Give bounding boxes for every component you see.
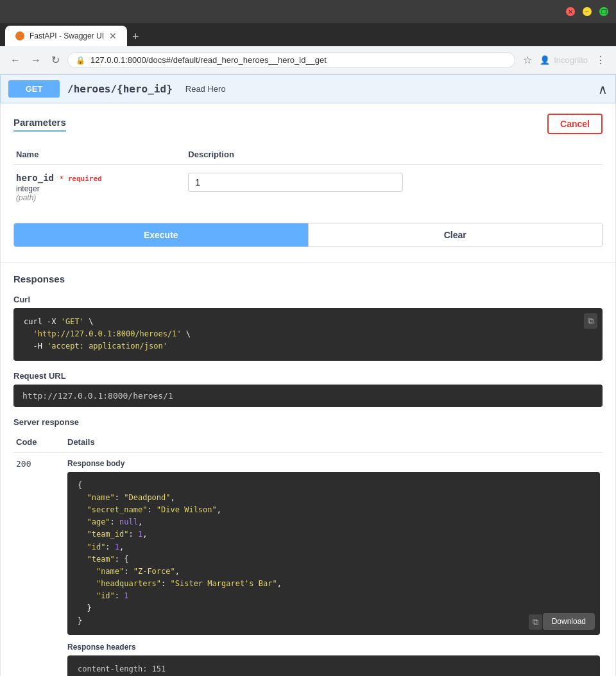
endpoint-header: GET /heroes/{hero_id} Read Hero ∧ — [0, 74, 616, 103]
response-body-block: { "name": "Deadpond", "secret_name": "Di… — [67, 472, 600, 635]
response-headers-block: content-length: 151 content-type: applic… — [67, 655, 600, 676]
param-name-cell: hero_id * required integer (path) — [13, 165, 185, 211]
server-response-label: Server response — [13, 417, 603, 427]
address-text: 127.0.0.1:8000/docs#/default/read_hero_h… — [90, 55, 327, 65]
curl-label: Curl — [13, 295, 603, 304]
curl-code-block: curl -X 'GET' \ 'http://127.0.0.1:8000/h… — [13, 308, 603, 361]
copy-response-button[interactable]: ⧉ — [529, 614, 542, 630]
tab-title: FastAPI - Swagger UI — [30, 31, 104, 40]
incognito-label: Incognito — [554, 55, 588, 65]
close-window-button[interactable]: ✕ — [566, 7, 575, 16]
response-headers-label: Response headers — [67, 643, 600, 652]
main-content: GET /heroes/{hero_id} Read Hero ∧ Parame… — [0, 74, 616, 676]
window-controls: ✕ − ❐ — [566, 7, 608, 16]
responses-title: Responses — [13, 273, 603, 284]
parameters-section: Parameters Cancel Name Description hero_… — [0, 103, 616, 263]
header-content-length: content-length: 151 — [78, 663, 590, 675]
param-description-cell — [185, 165, 603, 211]
parameters-header: Parameters Cancel — [13, 114, 603, 134]
details-column-header: Details — [65, 432, 603, 453]
method-badge: GET — [8, 80, 60, 98]
curl-section: Curl curl -X 'GET' \ 'http://127.0.0.1:8… — [13, 295, 603, 361]
table-row: hero_id * required integer (path) — [13, 165, 603, 211]
maximize-window-button[interactable]: ❐ — [599, 7, 608, 16]
curl-line-1: curl -X 'GET' \ — [24, 316, 592, 328]
incognito-button[interactable]: 👤 Incognito — [540, 55, 588, 65]
parameters-table: Name Description hero_id * required inte… — [13, 144, 603, 210]
request-url-section: Request URL http://127.0.0.1:8000/heroes… — [13, 371, 603, 407]
copy-curl-button[interactable]: ⧉ — [584, 313, 597, 329]
clear-button[interactable]: Clear — [308, 223, 603, 247]
parameters-title: Parameters — [13, 117, 66, 132]
active-tab[interactable]: FastAPI - Swagger UI ✕ — [5, 26, 127, 46]
cancel-button[interactable]: Cancel — [547, 114, 603, 134]
response-code: 200 — [16, 459, 31, 469]
tab-close-icon[interactable]: ✕ — [109, 31, 117, 41]
bookmark-button[interactable]: ☆ — [520, 51, 535, 69]
lock-icon: 🔒 — [76, 56, 85, 65]
curl-line-2: 'http://127.0.0.1:8000/heroes/1' \ — [24, 328, 592, 340]
param-required: * required — [59, 175, 101, 183]
response-row: 200 Response body { "name": "Deadpond", … — [13, 452, 603, 676]
address-bar[interactable]: 🔒 127.0.0.1:8000/docs#/default/read_hero… — [67, 52, 515, 68]
toolbar-actions: ☆ 👤 Incognito ⋮ — [520, 51, 608, 69]
param-location: (path) — [16, 193, 183, 202]
action-buttons: Execute Clear — [13, 223, 603, 247]
endpoint-summary: Read Hero — [185, 84, 226, 94]
collapse-button[interactable]: ∧ — [598, 82, 608, 97]
swagger-panel: GET /heroes/{hero_id} Read Hero ∧ Parame… — [0, 74, 616, 676]
forward-button[interactable]: → — [28, 52, 44, 69]
server-response-section: Server response Code Details 200 — [13, 417, 603, 676]
tabs-bar: FastAPI - Swagger UI ✕ + — [0, 23, 616, 46]
code-column-header: Code — [13, 432, 65, 453]
new-tab-button[interactable]: + — [127, 28, 144, 46]
request-url-block: http://127.0.0.1:8000/heroes/1 — [13, 385, 603, 407]
browser-chrome: ✕ − ❐ FastAPI - Swagger UI ✕ + ← → ↻ 🔒 1… — [0, 0, 616, 74]
request-url-label: Request URL — [13, 371, 603, 381]
responses-section: Responses Curl curl -X 'GET' \ 'http://1… — [0, 263, 616, 676]
download-button[interactable]: Download — [543, 613, 595, 630]
menu-button[interactable]: ⋮ — [593, 51, 608, 69]
param-type: integer — [16, 184, 183, 193]
curl-line-3: -H 'accept: application/json' — [24, 340, 592, 352]
response-table: Code Details 200 Response body — [13, 432, 603, 676]
param-name: hero_id * required — [16, 173, 183, 183]
endpoint-path: /heroes/{hero_id} — [67, 83, 173, 95]
reload-button[interactable]: ↻ — [49, 51, 62, 69]
response-body-label: Response body — [67, 459, 600, 468]
name-column-header: Name — [13, 144, 185, 165]
description-column-header: Description — [185, 144, 603, 165]
back-button[interactable]: ← — [8, 52, 23, 69]
tab-favicon-icon — [15, 31, 24, 40]
incognito-icon: 👤 — [540, 55, 550, 65]
minimize-window-button[interactable]: − — [583, 7, 592, 16]
execute-button[interactable]: Execute — [14, 223, 308, 247]
titlebar: ✕ − ❐ — [0, 0, 616, 23]
browser-toolbar: ← → ↻ 🔒 127.0.0.1:8000/docs#/default/rea… — [0, 46, 616, 74]
hero-id-input[interactable] — [188, 173, 403, 192]
